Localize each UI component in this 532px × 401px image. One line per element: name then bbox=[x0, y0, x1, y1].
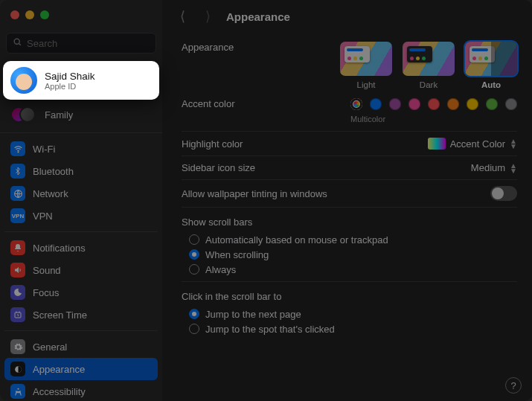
family-avatars-icon bbox=[10, 106, 37, 123]
accent-label: Accent color bbox=[182, 98, 330, 109]
sidebar-item-label: Accessibility bbox=[33, 386, 86, 397]
help-button[interactable]: ? bbox=[505, 377, 522, 394]
radio-label: Jump to the spot that's clicked bbox=[205, 324, 335, 335]
accent-color-option[interactable] bbox=[428, 98, 440, 110]
sidebar-icon-size-value: Medium bbox=[471, 162, 505, 173]
svg-point-6 bbox=[17, 388, 19, 389]
accent-color-option[interactable] bbox=[389, 98, 401, 110]
sidebar-item-label: Screen Time bbox=[33, 309, 87, 321]
appearance-option-dark[interactable]: Dark bbox=[403, 42, 455, 89]
radio-icon bbox=[189, 264, 199, 275]
close-window-icon[interactable] bbox=[10, 10, 19, 19]
appearance-label: Appearance bbox=[182, 42, 330, 53]
sidebar-item-family[interactable]: Family bbox=[0, 101, 162, 128]
sidebar: Sajid Shaik Apple ID Family Wi-FiBluetoo… bbox=[0, 0, 162, 401]
sidebar-item-accessibility[interactable]: Accessibility bbox=[4, 380, 158, 401]
avatar bbox=[10, 67, 37, 94]
sidebar-item-label: Bluetooth bbox=[33, 166, 74, 177]
wallpaper-tint-toggle[interactable] bbox=[490, 186, 517, 201]
appearance-preview-icon bbox=[403, 42, 455, 76]
sound-icon bbox=[10, 263, 25, 278]
user-name: Sajid Shaik bbox=[45, 71, 95, 82]
search-field[interactable] bbox=[6, 33, 156, 54]
radio-label: Jump to the next page bbox=[205, 309, 301, 320]
wifi-icon bbox=[10, 141, 25, 156]
sidebar-item-label: Notifications bbox=[33, 243, 86, 254]
sidebar-icon-size-select[interactable]: Medium ▲▼ bbox=[471, 162, 517, 173]
net-icon bbox=[10, 186, 25, 201]
chevron-updown-icon: ▲▼ bbox=[510, 163, 517, 173]
sidebar-item-bluetooth[interactable]: Bluetooth bbox=[4, 160, 158, 182]
search-input[interactable] bbox=[27, 38, 150, 49]
accent-color-option[interactable] bbox=[408, 98, 420, 110]
highlight-color-select[interactable]: Accent Color ▲▼ bbox=[428, 138, 517, 150]
apple-id-card[interactable]: Sajid Shaik Apple ID bbox=[3, 61, 159, 100]
sidebar-item-screen-time[interactable]: Screen Time bbox=[4, 304, 158, 326]
highlight-swatch-icon bbox=[428, 138, 446, 150]
accent-color-option[interactable] bbox=[447, 98, 459, 110]
svg-point-0 bbox=[14, 39, 19, 44]
accent-note: Multicolor bbox=[350, 115, 517, 123]
appearance-option-auto[interactable]: Auto bbox=[465, 42, 517, 89]
sidebar-item-general[interactable]: General bbox=[4, 336, 158, 358]
radio-label: When scrolling bbox=[205, 249, 269, 260]
radio-icon bbox=[189, 234, 199, 245]
sidebar-item-label: Focus bbox=[33, 287, 59, 298]
a11y-icon bbox=[10, 384, 25, 399]
bell-icon bbox=[10, 240, 25, 255]
radio-icon bbox=[189, 249, 199, 260]
fullscreen-window-icon[interactable] bbox=[40, 10, 49, 19]
forward-button[interactable]: ⟩ bbox=[201, 8, 214, 25]
accent-color-option[interactable] bbox=[505, 98, 517, 110]
vpn-icon: VPN bbox=[10, 208, 25, 223]
sidebar-item-vpn[interactable]: VPNVPN bbox=[4, 205, 158, 227]
accent-color-option[interactable] bbox=[467, 98, 478, 110]
appearance-option-label: Dark bbox=[403, 80, 455, 89]
appearance-option-label: Auto bbox=[465, 80, 517, 89]
appearance-preview-icon bbox=[465, 42, 517, 76]
accent-color-option[interactable] bbox=[350, 98, 362, 110]
user-sub: Apple ID bbox=[45, 82, 95, 91]
scrollbars-opts-option[interactable]: Automatically based on mouse or trackpad bbox=[182, 232, 517, 247]
sidebar-item-focus[interactable]: Focus bbox=[4, 281, 158, 304]
radio-icon bbox=[189, 324, 199, 334]
sidebar-item-sound[interactable]: Sound bbox=[4, 259, 158, 281]
sidebar-item-label: Sound bbox=[33, 265, 61, 276]
scrollclick-opts-option[interactable]: Jump to the next page bbox=[182, 307, 517, 321]
page-title: Appearance bbox=[226, 10, 290, 23]
window-controls bbox=[0, 0, 162, 30]
svg-line-1 bbox=[19, 44, 21, 46]
chevron-updown-icon: ▲▼ bbox=[510, 138, 517, 149]
sidebar-icon-size-label: Sidebar icon size bbox=[182, 162, 330, 173]
accent-color-option[interactable] bbox=[370, 98, 382, 110]
radio-label: Always bbox=[205, 264, 236, 275]
back-button[interactable]: ⟨ bbox=[176, 8, 189, 25]
sidebar-item-label: Network bbox=[33, 188, 68, 199]
scrollbars-opts-option[interactable]: When scrolling bbox=[182, 247, 517, 262]
appearance-option-label: Light bbox=[340, 80, 392, 89]
sidebar-item-network[interactable]: Network bbox=[4, 182, 158, 205]
radio-icon bbox=[189, 309, 199, 319]
minimize-window-icon[interactable] bbox=[25, 10, 34, 19]
bt-icon bbox=[10, 164, 25, 179]
sidebar-item-label: VPN bbox=[33, 211, 53, 222]
sidebar-item-notifications[interactable]: Notifications bbox=[4, 237, 158, 259]
focus-icon bbox=[10, 285, 25, 300]
svg-point-2 bbox=[17, 152, 18, 153]
scrollbars-title: Show scroll bars bbox=[182, 216, 517, 228]
search-icon bbox=[13, 37, 22, 49]
appear-icon bbox=[10, 362, 25, 376]
sidebar-item-appearance[interactable]: Appearance bbox=[4, 358, 158, 380]
time-icon bbox=[10, 307, 25, 322]
sidebar-item-label: Wi-Fi bbox=[33, 144, 55, 155]
wallpaper-tint-label: Allow wallpaper tinting in windows bbox=[182, 188, 490, 199]
accent-color-option[interactable] bbox=[486, 98, 498, 110]
scrollbars-opts-option[interactable]: Always bbox=[182, 262, 517, 277]
family-label: Family bbox=[45, 109, 73, 121]
appearance-preview-icon bbox=[340, 42, 392, 76]
sidebar-item-wi-fi[interactable]: Wi-Fi bbox=[4, 138, 158, 160]
highlight-label: Highlight color bbox=[182, 138, 330, 150]
appearance-option-light[interactable]: Light bbox=[340, 42, 392, 89]
scrollclick-opts-option[interactable]: Jump to the spot that's clicked bbox=[182, 321, 517, 336]
highlight-value: Accent Color bbox=[450, 138, 505, 150]
